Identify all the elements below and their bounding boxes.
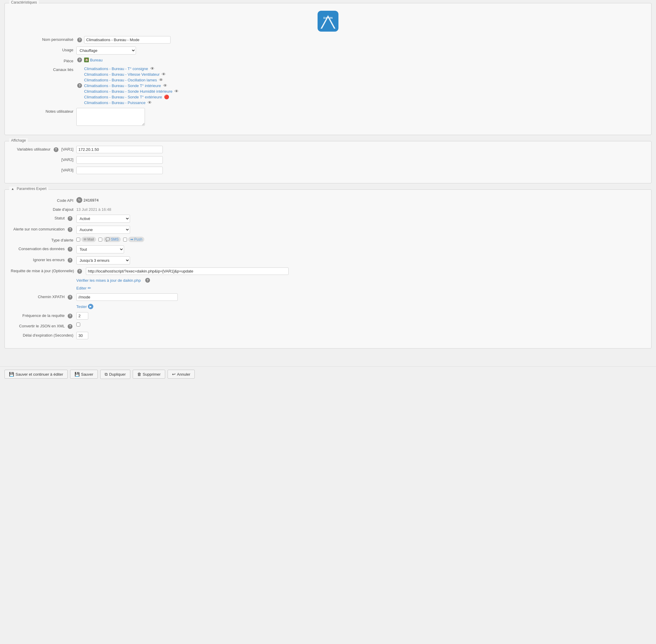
usage-select[interactable]: Chauffage Climatisation Autre (76, 47, 136, 54)
expert-section: ▲ Paramètres Expert Code API ↻ 2416974 D… (4, 189, 652, 348)
tester-button[interactable]: Tester ▶ (76, 304, 93, 309)
canal-link-2[interactable]: Climatisations - Bureau - Vitesse Ventil… (84, 72, 160, 77)
ignorer-control: Jusqu'à 3 erreurs Jamais Toujours (76, 256, 645, 264)
canal-link-7[interactable]: Climatisations - Bureau - Puissance (84, 100, 145, 105)
push-checkbox-label[interactable]: ➡ Push (123, 237, 144, 242)
canal-item: Climatisations - Bureau - Sonde T° intér… (84, 83, 179, 88)
type-alerte-control: ✉ Mail 💬 SMS ➡ Push (76, 237, 645, 242)
verifier-spacer (11, 278, 76, 279)
verifier-link[interactable]: Vérifier les mises à jour de daikin.php (76, 278, 141, 283)
var2-input[interactable] (76, 156, 163, 164)
conservation-help-icon[interactable]: ? (68, 247, 72, 252)
eye-icon-3[interactable]: 👁 (159, 77, 163, 82)
expert-title-collapse[interactable]: ▲ Paramètres Expert (9, 187, 48, 191)
json-checkbox[interactable] (76, 323, 80, 326)
alerte-help-icon[interactable]: ? (68, 227, 72, 232)
sms-checkbox[interactable] (98, 238, 102, 242)
conservation-select[interactable]: Tout 1 mois 3 mois 6 mois 1 an (76, 245, 124, 253)
statut-label: Statut ? (11, 215, 76, 221)
alerte-select[interactable]: Aucune Mail SMS Push (76, 226, 130, 234)
requete-input[interactable] (86, 268, 289, 275)
piece-row: Pièce ? 🏠 Bureau (11, 58, 645, 63)
notes-control (76, 108, 645, 126)
verifier-row: Vérifier les mises à jour de daikin.php … (11, 278, 645, 283)
nom-help-icon[interactable]: ? (77, 38, 82, 42)
json-row: Convertir le JSON en XML ? (11, 323, 645, 329)
daikin-logo: DAIKIN (318, 11, 338, 31)
caracteristiques-section: Caractéristiques DAIKIN Nom personnalisé… (4, 3, 652, 135)
requete-help-icon[interactable]: ? (77, 269, 82, 274)
var3-label: [VAR3] (11, 167, 76, 172)
push-checkbox[interactable] (123, 238, 127, 242)
freq-help-icon[interactable]: ? (68, 314, 72, 318)
notes-textarea[interactable] (76, 108, 145, 126)
usage-row: Usage Chauffage Climatisation Autre (11, 47, 645, 54)
eye-icon-5[interactable]: 👁 (175, 89, 179, 94)
save-icon: 💾 (74, 372, 80, 376)
json-control (76, 323, 645, 326)
cancel-button[interactable]: ↩ Annuler (167, 370, 195, 378)
mail-checkbox[interactable] (76, 238, 80, 242)
eye-icon-4[interactable]: 👁 (163, 83, 167, 88)
sms-checkbox-label[interactable]: 💬 SMS (98, 237, 121, 242)
canal-item: Climatisations - Bureau - Sonde T° extér… (84, 94, 179, 99)
canal-link-4[interactable]: Climatisations - Bureau - Sonde T° intér… (84, 84, 161, 88)
var3-control (76, 167, 645, 174)
canal-link-5[interactable]: Climatisations - Bureau - Sonde Humidité… (84, 89, 172, 94)
ignorer-help-icon[interactable]: ? (68, 258, 72, 263)
nom-row: Nom personnalisé ? (11, 36, 645, 44)
eye-icon-7[interactable]: 👁 (148, 100, 152, 105)
cancel-icon: ↩ (172, 372, 176, 376)
delai-label: Délai d'expiration (Secondes) (11, 332, 76, 338)
ignorer-select[interactable]: Jusqu'à 3 erreurs Jamais Toujours (76, 256, 130, 264)
verifier-control: Vérifier les mises à jour de daikin.php … (76, 278, 645, 283)
code-api-value: 2416974 (84, 198, 99, 203)
piece-label: Pièce (11, 58, 76, 63)
canal-item: Climatisations - Bureau - Puissance 👁 (84, 100, 179, 105)
date-ajout-row: Date d'ajout 13 Juil 2021 à 16:48 (11, 206, 645, 212)
save-continue-button[interactable]: 💾 Sauver et continuer à éditer (4, 370, 68, 378)
var3-input[interactable] (76, 167, 163, 174)
chemin-help-icon[interactable]: ? (68, 295, 72, 300)
delai-input[interactable] (76, 332, 88, 339)
piece-help-icon[interactable]: ? (77, 58, 82, 62)
chemin-row: Chemin XPATH ? (11, 293, 645, 301)
notes-label: Notes utilisateur (11, 108, 76, 114)
save-button[interactable]: 💾 Sauver (70, 370, 98, 378)
statut-help-icon[interactable]: ? (68, 216, 72, 221)
eye-icon-2[interactable]: 👁 (162, 72, 166, 77)
verifier-help-icon[interactable]: ? (145, 278, 150, 283)
canal-link-3[interactable]: Climatisations - Bureau - Oscillation la… (84, 78, 157, 82)
statut-select[interactable]: Activé Désactivé (76, 215, 130, 223)
canaux-help-icon[interactable]: ? (77, 83, 82, 88)
delai-row: Délai d'expiration (Secondes) (11, 332, 645, 339)
notes-row: Notes utilisateur (11, 108, 645, 126)
nom-control: ? (76, 36, 645, 44)
vars-help-icon[interactable]: ? (54, 147, 59, 152)
var3-row: [VAR3] (11, 167, 645, 174)
chemin-input[interactable] (76, 293, 178, 301)
piece-link[interactable]: Bureau (90, 58, 103, 62)
editer-link[interactable]: Editer ✏ (76, 285, 91, 291)
conservation-label: Conservation des données ? (11, 245, 76, 252)
date-ajout-control: 13 Juil 2021 à 16:48 (76, 206, 645, 212)
api-refresh-icon[interactable]: ↻ (76, 197, 82, 203)
affichage-title: Affichage (9, 138, 28, 142)
var2-control (76, 156, 645, 164)
duplicate-button[interactable]: ⧉ Dupliquer (100, 370, 130, 379)
editer-spacer (11, 285, 76, 287)
canal-link-6[interactable]: Climatisations - Bureau - Sonde T° extér… (84, 95, 162, 99)
alerte-row: Alerte sur non communication ? Aucune Ma… (11, 226, 645, 234)
code-api-label: Code API (11, 197, 76, 203)
json-help-icon[interactable]: ? (68, 324, 72, 329)
eye-icon-1[interactable]: 👁 (150, 66, 155, 71)
canal-link-1[interactable]: Climatisations - Bureau - T° consigne (84, 67, 148, 71)
mail-checkbox-label[interactable]: ✉ Mail (76, 237, 96, 242)
canal-list: Climatisations - Bureau - T° consigne 👁 … (84, 66, 179, 105)
var1-input[interactable] (76, 146, 163, 153)
editer-row: Editer ✏ (11, 285, 645, 291)
delai-control (76, 332, 645, 339)
nom-input[interactable] (84, 36, 171, 44)
delete-button[interactable]: 🗑 Supprimer (133, 370, 165, 378)
freq-input[interactable] (76, 312, 88, 320)
